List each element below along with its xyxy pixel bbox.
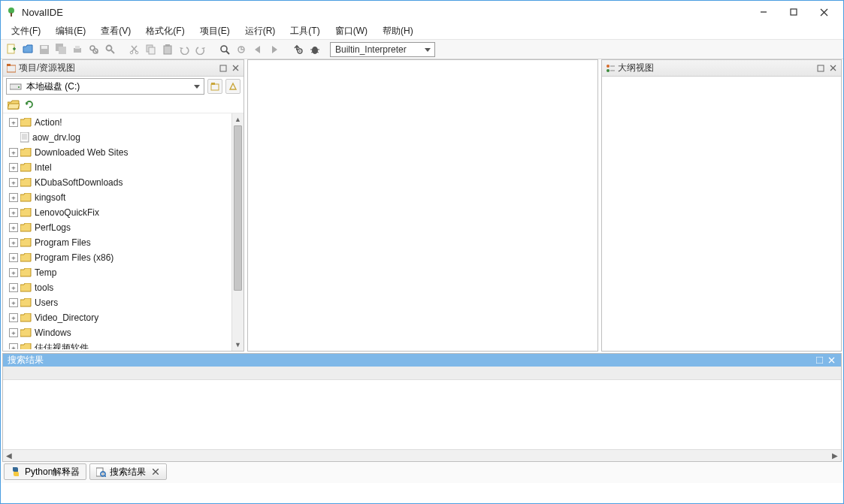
tree-expander-icon[interactable]: + xyxy=(9,268,18,277)
svg-rect-37 xyxy=(220,65,226,71)
goto-icon[interactable] xyxy=(234,42,249,57)
tree-expander-icon[interactable]: + xyxy=(9,163,18,172)
tree-item[interactable]: +Video_Directory xyxy=(6,310,244,325)
hscroll-left-icon[interactable]: ◀ xyxy=(3,450,15,461)
menu-run[interactable]: 运行(R) xyxy=(237,23,283,39)
svg-line-27 xyxy=(226,51,229,54)
drive-nav-button-2[interactable] xyxy=(225,79,240,94)
tree-item[interactable]: +tools xyxy=(6,280,244,295)
scroll-thumb[interactable] xyxy=(234,125,242,291)
tree-expander-icon[interactable]: + xyxy=(9,223,18,232)
menu-window[interactable]: 窗口(W) xyxy=(328,23,375,39)
paste-icon[interactable] xyxy=(160,42,175,57)
open-file-icon[interactable] xyxy=(20,42,35,57)
tree-expander-icon[interactable]: + xyxy=(9,253,18,262)
editor-body[interactable] xyxy=(248,60,597,351)
outline-panel-close-icon[interactable] xyxy=(827,63,838,74)
tree-expander-icon[interactable]: + xyxy=(9,193,18,202)
run-icon[interactable] xyxy=(291,42,306,57)
menu-view[interactable]: 查看(V) xyxy=(93,23,138,39)
tree-item[interactable]: +PerfLogs xyxy=(6,220,244,235)
tree-item[interactable]: +Program Files (x86) xyxy=(6,250,244,265)
zoom-icon[interactable] xyxy=(217,42,232,57)
tree-item[interactable]: +Windows xyxy=(6,325,244,340)
undo-icon[interactable] xyxy=(177,42,192,57)
tree-expander-icon[interactable]: + xyxy=(9,238,18,247)
drive-nav-button-1[interactable] xyxy=(207,79,222,94)
tab-close-icon[interactable] xyxy=(151,467,160,476)
tree-expander-icon[interactable]: + xyxy=(9,208,18,217)
outline-panel-minimize-icon[interactable] xyxy=(815,63,826,74)
folder-icon xyxy=(20,223,32,232)
search-tab-icon xyxy=(96,467,106,477)
refresh-icon[interactable] xyxy=(24,99,35,110)
tree-item[interactable]: +Users xyxy=(6,295,244,310)
tree-item[interactable]: +佳佳视频软件 xyxy=(6,340,244,349)
interpreter-label: Builtin_Interpreter xyxy=(335,44,407,55)
outline-panel-titlebar: 大纲视图 xyxy=(602,60,841,77)
tree-expander-icon[interactable]: + xyxy=(9,148,18,157)
tree-item[interactable]: +Intel xyxy=(6,160,244,175)
new-file-icon[interactable] xyxy=(4,42,19,57)
tree-item-label: LenovoQuickFix xyxy=(35,207,99,218)
bottom-tabstrip: Python解释器 搜索结果 xyxy=(1,462,843,483)
tree-item[interactable]: +Program Files xyxy=(6,235,244,250)
maximize-button[interactable] xyxy=(779,2,809,23)
tree-item[interactable]: +KDubaSoftDownloads xyxy=(6,175,244,190)
close-button[interactable] xyxy=(809,2,839,23)
search-icon[interactable] xyxy=(103,42,118,57)
tree-item[interactable]: +Downloaded Web Sites xyxy=(6,145,244,160)
scroll-down-icon[interactable]: ▼ xyxy=(232,339,244,351)
copy-icon[interactable] xyxy=(144,42,159,57)
cut-icon[interactable] xyxy=(127,42,142,57)
tree-expander-icon[interactable]: + xyxy=(9,343,18,349)
menu-tools[interactable]: 工具(T) xyxy=(283,23,327,39)
menu-file[interactable]: 文件(F) xyxy=(4,23,48,39)
tab-python-interpreter[interactable]: Python解释器 xyxy=(4,463,86,480)
tab-label: 搜索结果 xyxy=(110,466,146,478)
find-icon[interactable] xyxy=(86,42,101,57)
scroll-up-icon[interactable]: ▲ xyxy=(232,113,244,125)
menu-help[interactable]: 帮助(H) xyxy=(375,23,421,39)
tree-item[interactable]: +Temp xyxy=(6,265,244,280)
debug-icon[interactable] xyxy=(307,42,322,57)
project-panel-minimize-icon[interactable] xyxy=(218,63,228,74)
forward-icon[interactable] xyxy=(267,42,282,57)
tree-item[interactable]: +kingsoft xyxy=(6,190,244,205)
tree-expander-icon[interactable]: + xyxy=(9,118,18,127)
tree-expander-icon[interactable]: + xyxy=(9,298,18,307)
tree-expander-icon[interactable]: + xyxy=(9,313,18,322)
minimize-button[interactable] xyxy=(749,2,779,23)
tab-search-results[interactable]: 搜索结果 xyxy=(89,463,167,480)
menu-format[interactable]: 格式化(F) xyxy=(138,23,192,39)
search-panel-minimize-icon[interactable] xyxy=(814,355,824,366)
interpreter-selector[interactable]: Builtin_Interpreter xyxy=(330,42,435,57)
search-panel-close-icon[interactable] xyxy=(826,355,836,366)
search-hscrollbar[interactable]: ◀ ▶ xyxy=(3,449,841,461)
drive-label: 本地磁盘 (C:) xyxy=(26,80,80,93)
tree-item[interactable]: +LenovoQuickFix xyxy=(6,205,244,220)
drive-selector[interactable]: 本地磁盘 (C:) xyxy=(6,78,204,95)
menu-project[interactable]: 项目(E) xyxy=(192,23,237,39)
print-icon[interactable] xyxy=(70,42,85,57)
svg-point-50 xyxy=(607,69,610,72)
menu-edit[interactable]: 编辑(E) xyxy=(48,23,93,39)
redo-icon[interactable] xyxy=(193,42,208,57)
folder-open-small-icon[interactable] xyxy=(8,100,20,110)
tree-expander-icon[interactable]: + xyxy=(9,283,18,292)
svg-rect-23 xyxy=(149,47,155,54)
svg-point-0 xyxy=(8,8,14,14)
project-panel-close-icon[interactable] xyxy=(230,63,240,74)
save-all-icon[interactable] xyxy=(53,42,68,57)
tree-expander-icon[interactable]: + xyxy=(9,328,18,337)
folder-icon xyxy=(20,193,32,202)
tree-item[interactable]: +Action! xyxy=(6,115,244,130)
tree-item[interactable]: aow_drv.log xyxy=(6,130,244,145)
save-icon[interactable] xyxy=(37,42,52,57)
folder-icon xyxy=(20,298,32,307)
back-icon[interactable] xyxy=(250,42,265,57)
tree-scrollbar[interactable]: ▲ ▼ xyxy=(231,113,244,351)
folder-icon xyxy=(20,268,32,277)
hscroll-right-icon[interactable]: ▶ xyxy=(829,450,841,461)
tree-expander-icon[interactable]: + xyxy=(9,178,18,187)
